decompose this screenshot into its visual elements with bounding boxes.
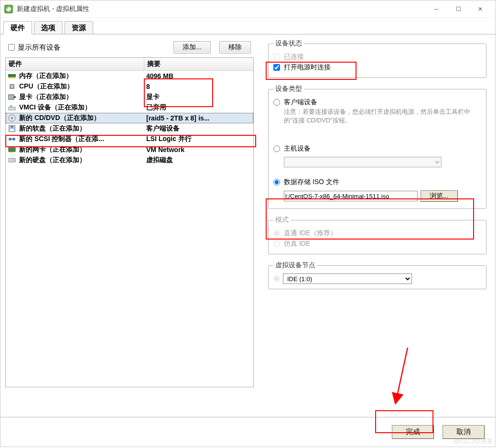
row-hdd[interactable]: 新的硬盘（正在添加） 虚拟磁盘	[6, 155, 253, 165]
right-pane: 设备状态 已连接 打开电源时连接 设备类型 客户端设备 注意：若要连接该设备，您…	[254, 39, 490, 414]
datastore-iso-radio[interactable]	[273, 179, 280, 186]
svg-rect-2	[8, 77, 16, 78]
col-summary[interactable]: 摘要	[144, 58, 253, 70]
minimize-button[interactable]: ─	[425, 0, 447, 18]
svg-rect-18	[10, 152, 11, 153]
title-bar: 新建虚拟机 - 虚拟机属性 ─ ☐ ✕	[0, 0, 495, 18]
cell: 显卡（正在添加）	[19, 93, 73, 101]
svg-rect-12	[10, 129, 14, 131]
iso-path-input[interactable]	[284, 191, 418, 201]
scsi-icon	[8, 135, 16, 143]
cell: 4096 MB	[146, 72, 251, 80]
gpu-icon	[8, 93, 16, 101]
cell: CPU（正在添加）	[19, 82, 74, 91]
device-type-group: 设备类型 客户端设备 注意：若要连接该设备，您必须打开虚拟机电源，然后单击工具栏…	[268, 85, 486, 209]
cell: VMCI 设备（正在添加）	[19, 103, 91, 112]
host-device-radio[interactable]	[273, 145, 280, 152]
host-device-label: 主机设备	[284, 144, 311, 153]
tab-options[interactable]: 选项	[34, 21, 63, 34]
cpu-icon	[8, 83, 16, 90]
connect-at-power-label: 打开电源时连接	[284, 63, 331, 72]
svg-rect-16	[10, 139, 14, 140]
watermark: @51CTO博客	[454, 437, 492, 446]
row-vmci[interactable]: VMCI 设备（正在添加） 已弃用	[6, 102, 253, 113]
connected-label: 已连接	[284, 53, 304, 61]
row-gpu[interactable]: 显卡（正在添加） 显卡	[6, 92, 253, 102]
hardware-table-header: 硬件 摘要	[6, 58, 253, 71]
cell: LSI Logic 并行	[146, 135, 251, 143]
svg-rect-13	[11, 126, 13, 128]
svg-point-21	[14, 160, 15, 161]
maximize-button[interactable]: ☐	[447, 0, 469, 18]
svg-rect-8	[10, 105, 12, 107]
tab-hardware[interactable]: 硬件	[3, 21, 32, 34]
device-type-legend: 设备类型	[273, 85, 304, 93]
show-all-devices-checkbox[interactable]	[8, 44, 15, 51]
cell: 新的硬盘（正在添加）	[19, 156, 86, 164]
remove-button[interactable]: 移除	[219, 41, 251, 54]
close-button[interactable]: ✕	[469, 0, 491, 18]
row-floppy[interactable]: 新的软盘（正在添加） 客户端设备	[6, 123, 253, 134]
svg-rect-6	[14, 96, 16, 98]
client-device-label: 客户端设备	[284, 98, 317, 107]
virtual-device-node-group: 虚拟设备节点 IDE (1:0)	[268, 261, 486, 289]
svg-rect-17	[9, 148, 15, 152]
cell: 内存（正在添加）	[19, 72, 73, 80]
row-scsi[interactable]: 新的 SCSI 控制器（正在添... LSI Logic 并行	[6, 134, 253, 144]
host-device-select	[284, 157, 442, 167]
vdev-node-select[interactable]: IDE (1:0)	[283, 273, 412, 284]
left-pane: 显示所有设备 添加... 移除 硬件 摘要 内存（正在添加） 4096 MB C…	[5, 39, 254, 414]
svg-point-0	[7, 8, 10, 11]
nic-icon	[8, 146, 16, 153]
cell: 显卡	[146, 93, 251, 101]
footer: 完成 取消	[0, 417, 495, 447]
window-title: 新建虚拟机 - 虚拟机属性	[17, 5, 89, 13]
svg-rect-7	[9, 107, 15, 110]
tab-row: 硬件 选项 资源	[0, 18, 495, 34]
tab-resources[interactable]: 资源	[65, 21, 93, 34]
finish-button[interactable]: 完成	[392, 425, 434, 439]
cell: 客户端设备	[146, 124, 251, 133]
vdev-node-radio	[273, 275, 280, 282]
cell: VM Network	[146, 146, 251, 153]
passthrough-label: 直通 IDE（推荐）	[284, 229, 337, 238]
emulate-label: 仿真 IDE	[284, 240, 310, 248]
show-all-devices-label: 显示所有设备	[18, 43, 61, 52]
vdev-node-legend: 虚拟设备节点	[273, 261, 317, 270]
hardware-table-body: 内存（正在添加） 4096 MB CPU（正在添加） 8 显卡（正在添加） 显卡…	[6, 71, 253, 387]
row-cpu[interactable]: CPU（正在添加） 8	[6, 81, 253, 92]
memory-icon	[8, 72, 16, 80]
cd-icon	[8, 114, 16, 122]
mode-group: 模式 直通 IDE（推荐） 仿真 IDE	[268, 216, 486, 254]
connected-checkbox	[273, 54, 280, 60]
emulate-radio	[273, 240, 280, 247]
row-nic[interactable]: 新的网卡（正在添加） VM Network	[6, 144, 253, 155]
client-device-radio[interactable]	[273, 99, 280, 106]
svg-point-10	[11, 117, 13, 119]
mode-legend: 模式	[273, 216, 291, 224]
cell: 虚拟磁盘	[146, 156, 251, 164]
row-memory[interactable]: 内存（正在添加） 4096 MB	[6, 71, 253, 81]
col-hardware[interactable]: 硬件	[6, 58, 144, 70]
app-icon	[4, 5, 13, 13]
passthrough-radio	[273, 230, 280, 237]
svg-rect-5	[8, 95, 14, 99]
device-status-legend: 设备状态	[273, 39, 304, 48]
browse-button[interactable]: 浏览...	[421, 190, 458, 202]
client-device-note: 注意：若要连接该设备，您必须打开虚拟机电源，然后单击工具栏中的"连接 CD/DV…	[284, 108, 481, 124]
device-status-group: 设备状态 已连接 打开电源时连接	[268, 39, 486, 78]
svg-rect-1	[8, 74, 16, 77]
cell: 已弃用	[146, 103, 251, 112]
cell: 新的软盘（正在添加）	[19, 124, 86, 133]
cell: [raid5 - 2TB x 8] is...	[146, 114, 251, 122]
row-cddvd[interactable]: 新的 CD/DVD（正在添加） [raid5 - 2TB x 8] is...	[6, 113, 253, 123]
connect-at-power-checkbox[interactable]	[273, 64, 280, 71]
cell: 新的网卡（正在添加）	[19, 145, 86, 154]
svg-rect-19	[11, 152, 13, 153]
hardware-table: 硬件 摘要 内存（正在添加） 4096 MB CPU（正在添加） 8 显卡（正在…	[5, 57, 254, 387]
svg-rect-4	[11, 85, 13, 88]
hdd-icon	[8, 156, 16, 164]
vmci-icon	[8, 104, 16, 111]
cell: 新的 CD/DVD（正在添加）	[19, 114, 100, 122]
add-button[interactable]: 添加...	[173, 41, 211, 54]
